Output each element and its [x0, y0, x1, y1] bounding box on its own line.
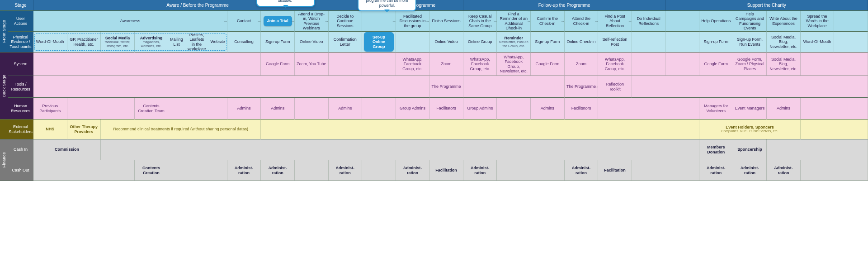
row-label-cashin: Cash In: [8, 139, 33, 160]
cashout-admin-1: Administ-ration: [227, 160, 261, 181]
hr-prev-participants: Previous Participants: [33, 98, 67, 119]
sys-zoom-youtube: Zoom, You Tube: [295, 53, 329, 76]
chip-setup-online-group[interactable]: Set-up Online Group: [364, 32, 394, 52]
tp-word-of-mouth-2: Word-Of-Mouth: [801, 32, 835, 53]
cashin-donation: Members Donation: [699, 139, 733, 160]
ua-facilitated: Facilitated Discussions in the group: [396, 11, 430, 32]
hr-managers: Managers for Volunteers: [699, 98, 733, 119]
cashout-admin-4: Administ-ration: [396, 160, 430, 181]
sys-google-form-2: Google Form: [531, 53, 565, 76]
chip-join-trial[interactable]: Join a Trial: [264, 16, 292, 26]
group-front-stage: Front Stage: [0, 11, 8, 53]
tp-online-checkin: Online Check-in: [565, 32, 599, 53]
tp-signup-1: Sign-up Form: [261, 32, 295, 53]
ua-join-trial: Join a Trial "I feel so worried when som…: [261, 11, 295, 32]
ua-contact: Contact: [227, 11, 261, 32]
sys-whatsapp-1: WhatsApp, Facebook Group, etc.: [396, 53, 430, 76]
sys-whatsapp-2: WhatsApp, Facebook Group, etc.: [463, 53, 497, 76]
cashin-commission: Commission: [33, 139, 101, 160]
row-label-user-actions: User Actions: [8, 11, 33, 32]
tp-self-reflection: Self-reflection Post: [598, 32, 632, 53]
tool-reflection: Reflection Toolkit: [598, 76, 632, 98]
ua-find-reminder: Find a Reminder of an Additional Check-i…: [497, 11, 531, 32]
cashout-admin-8: Administ-ration: [733, 160, 767, 181]
hr-facilitators-1: Facilitators: [429, 98, 463, 119]
tool-programme-2: The Programme: [565, 76, 599, 98]
hr-admins-1: Admins: [227, 98, 261, 119]
cashout-admin-6: Administ-ration: [565, 160, 599, 181]
phase-support: Support the Charity: [665, 0, 868, 11]
ua-setup-group-cell: Integrating building the online communit…: [362, 11, 396, 32]
hr-admins-5: Admins: [767, 98, 801, 119]
ua-attend-checkin: Attend the Check-in: [565, 11, 599, 32]
hr-admins-3: Admins: [329, 98, 363, 119]
ext-nhs: NHS: [33, 119, 67, 139]
ext-other-therapy: Other Therapy Providers: [67, 119, 101, 139]
tp-mailing-posters-website: Mailing List Posters, Leaflets in the wo…: [168, 32, 227, 53]
ua-confirm-checkin: Confirm the Check-in: [531, 11, 565, 32]
sys-whatsapp-3: WhatsApp, Facebook Group, etc.: [598, 53, 632, 76]
tp-consulting: Consulting: [227, 32, 261, 53]
sys-zoom-1: Zoom: [429, 53, 463, 76]
tp-advertising: Advertisingmagazines, websites, etc.: [135, 32, 169, 53]
cashout-admin-9: Administ-ration: [767, 160, 801, 181]
cashout-admin-3: Administ-ration: [329, 160, 363, 181]
tp-social: Social Mediafacebook, twitter, instagram…: [101, 32, 135, 53]
tool-programme-1: The Programme: [429, 76, 463, 98]
sys-zoom-2: Zoom: [565, 53, 599, 76]
cashout-admin-5: Administ-ration: [463, 160, 497, 181]
tp-confirmation: Confirmation Letter: [329, 32, 363, 53]
hr-event-managers: Event Managers: [733, 98, 767, 119]
sys-gform-zoom: Google Form, Zoom / Physical Places: [733, 53, 767, 76]
hr-admins-4: Admins: [531, 98, 565, 119]
hr-content-team: Contents Creation Team: [135, 98, 169, 119]
sys-google-form-1: Google Form: [261, 53, 295, 76]
hr-admins-2: Admins: [261, 98, 295, 119]
row-label-cashout: Cash Out: [8, 160, 33, 181]
tp-signup-3: Sign-up Form: [699, 32, 733, 53]
ext-recommend: Recommend clinical treatments if require…: [101, 119, 261, 139]
cashout-admin-2: Administ-ration: [261, 160, 295, 181]
ua-write-about: Write About the Experiences: [767, 11, 801, 32]
row-label-touchpoints: Physical Evidence / Touchpoints: [8, 32, 33, 53]
ua-reflections: Do Individual Reflections: [632, 11, 666, 32]
cashout-contents: Contents Creation: [135, 160, 169, 181]
tp-gp: GP, Practitioner Health, etc.: [67, 32, 101, 53]
ua-attend-dropin: Attend a Drop-in, Watch Previous Webinar…: [295, 11, 329, 32]
cashout-facilitation-1: Facilitation: [429, 160, 463, 181]
ua-help-campaigns: Help Campaigns and Fundraising Events: [733, 11, 767, 32]
service-blueprint-grid: Stage Aware / Before the Programme Durin…: [0, 0, 868, 258]
row-label-system: System: [8, 53, 33, 76]
row-label-external: External Stakeholders: [8, 119, 33, 139]
ua-decide-continue: Decide to Continue Sessions: [329, 11, 363, 32]
hr-group-admins-1: Group Admins: [396, 98, 430, 119]
row-label-tools: Tools / Resources: [8, 76, 33, 98]
ua-keep-chats: Keep Casual Chats in the Same Group: [463, 11, 497, 32]
tp-word-of-mouth: Word-Of-Mouth: [33, 32, 67, 53]
tp-signup-run: Sign-up Form, Run Events: [733, 32, 767, 53]
tp-reminder: ReminderNewsletter, Post on the Group, e…: [497, 32, 531, 53]
cashout-admin-7: Administ-ration: [699, 160, 733, 181]
cashin-sponcership: Sponcership: [733, 139, 767, 160]
hr-facilitators-2: Facilitators: [565, 98, 599, 119]
tp-online-group-1: Online Group: [463, 32, 497, 53]
tp-signup-2: Sign-up Form: [531, 32, 565, 53]
ua-awareness: Awareness: [33, 11, 227, 32]
ua-spread-words: Spread the Words in the Workplace: [801, 11, 835, 32]
group-finance: Finance: [0, 139, 8, 181]
sys-google-form-3: Google Form: [699, 53, 733, 76]
callout-integrating: Integrating building the online communit…: [358, 0, 416, 11]
ua-finish: Finish Sessions: [429, 11, 463, 32]
cashout-facilitation-2: Facilitation: [598, 160, 632, 181]
ua-find-post: Find a Post About Reflection: [598, 11, 632, 32]
tp-setup-online-group: Set-up Online Group: [362, 32, 396, 53]
hr-group-admins-2: Group Admins: [463, 98, 497, 119]
tp-online-video-1: Online Video: [295, 32, 329, 53]
phase-followup: Follow-up the Programme: [463, 0, 666, 11]
callout-worried: "I feel so worried when someone drop out…: [256, 0, 315, 7]
row-label-human: Human Resources: [8, 98, 33, 119]
sys-social-blog: Social Media, Blog, Newsletter, etc.: [767, 53, 801, 76]
group-back-stage: Back Stage: [0, 53, 8, 119]
tp-online-video-2: Online Video: [429, 32, 463, 53]
ua-help-ops: Help Operations: [699, 11, 733, 32]
